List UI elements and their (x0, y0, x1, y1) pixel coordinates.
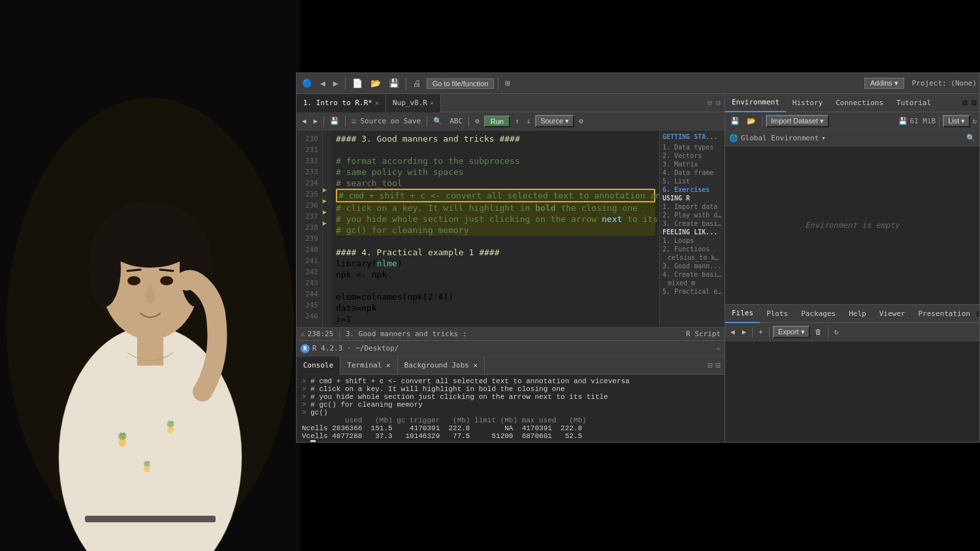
svg-text:🍍: 🍍 (163, 420, 178, 434)
env-save-btn[interactable]: 💾 (728, 116, 742, 126)
env-search-icon[interactable]: 🔍 (966, 134, 975, 142)
console-edit-icon[interactable]: ✏ (716, 344, 721, 353)
editor-tab-nup[interactable]: Nup_v8.R ✕ (386, 94, 441, 112)
spellcheck-btn[interactable]: ABC (447, 116, 465, 126)
save-icon[interactable]: 💾 (386, 77, 402, 89)
files-sep-3 (828, 327, 828, 338)
console-min-icon[interactable]: ⊟ (708, 360, 713, 370)
editor-toolbar: ◀ ▶ 💾 ☑ Source on Save 🔍 ABC ⚙ Run ↑ ↓ S… (297, 112, 725, 131)
outline-play[interactable]: 2. Play with data (662, 211, 722, 219)
files-tab-right: ⊟ ⊡ (977, 309, 979, 319)
editor-pane: 1. Intro to R.R* ✕ Nup_v8.R ✕ ⊟ ⊡ ◀ ▶ 💾 (297, 94, 725, 341)
outline-using-r[interactable]: USING R (662, 194, 722, 202)
nav-back-btn[interactable]: ◀ (299, 116, 309, 126)
files-delete-btn[interactable]: 🗑 (812, 327, 825, 337)
outline-item-3[interactable]: 3. Matrix (662, 160, 722, 168)
outline-item-5[interactable]: 5. List (662, 177, 722, 185)
env-tab-tutorial[interactable]: Tutorial (890, 94, 938, 112)
outline-create-basi[interactable]: 3. Create basi... (662, 219, 722, 228)
outline-item-6[interactable]: 6. Exercises (662, 185, 722, 194)
files-refresh-btn[interactable]: ↻ (832, 327, 841, 337)
source-options[interactable]: ⚙ (576, 116, 586, 126)
forward-icon[interactable]: ▶ (331, 77, 341, 89)
import-dataset-button[interactable]: Import Dataset ▾ (766, 115, 829, 127)
outline-item-4[interactable]: 4. Data frame (662, 168, 722, 177)
console-content[interactable]: > # cmd + shift + c <- convert all selec… (297, 375, 725, 442)
env-tab-connections[interactable]: Connections (829, 94, 890, 112)
file-type: R Script (686, 330, 721, 338)
env-min-icon[interactable]: ⊟ (962, 98, 968, 108)
right-pane: Environment History Connections Tutorial… (725, 94, 979, 442)
outline-item-1[interactable]: 1. Data types (662, 143, 722, 151)
code-line-245: data=npk (336, 302, 655, 313)
open-file-icon[interactable]: 📂 (368, 77, 384, 89)
files-tab-files[interactable]: Files (725, 305, 760, 323)
list-view-button[interactable]: List ▾ (943, 115, 970, 127)
svg-rect-16 (85, 516, 216, 522)
tab-intro-close[interactable]: ✕ (375, 99, 379, 106)
nav-fwd-btn[interactable]: ▶ (311, 116, 321, 126)
outline-mixed[interactable]: mixed_m (662, 279, 722, 287)
outline-celsius[interactable]: celsius_to_k... (662, 253, 722, 262)
console-tab-console[interactable]: Console (297, 356, 340, 375)
et-sep-4 (468, 116, 469, 127)
grid-icon[interactable]: ⊞ (502, 77, 513, 89)
files-tab-presentation[interactable]: Presentation (911, 305, 976, 323)
env-tabs: Environment History Connections Tutorial… (725, 94, 979, 112)
env-tab-environment[interactable]: Environment (725, 94, 786, 112)
files-nav-fwd[interactable]: ▶ (740, 327, 749, 337)
outline-good-mann[interactable]: 3. Good mann... (662, 262, 722, 270)
addins-button[interactable]: Addins ▾ (864, 78, 904, 89)
compile-btn[interactable]: ⚙ (472, 116, 482, 126)
run-arrow-up[interactable]: ↑ (512, 116, 522, 126)
files-tab-plots[interactable]: Plots (760, 305, 794, 323)
outline-feeling[interactable]: FEELING LIK... (662, 228, 722, 236)
memory-value: 61 MiB (909, 117, 936, 125)
back-icon[interactable]: ◀ (318, 77, 328, 89)
outline-create-basi2[interactable]: 4. Create basi... (662, 270, 722, 279)
files-tabs: Files Plots Packages Help Viewer Present… (725, 305, 979, 323)
print-icon[interactable]: 🖨 (410, 77, 424, 89)
env-tab-history[interactable]: History (786, 94, 829, 112)
files-nav-back[interactable]: ◀ (728, 327, 738, 337)
files-tab-help[interactable]: Help (842, 305, 873, 323)
goto-file-button[interactable]: Go to file/function (427, 78, 495, 89)
files-tab-viewer[interactable]: Viewer (873, 305, 912, 323)
source-on-save-btn[interactable]: ☑ Source on Save (349, 116, 423, 126)
tab-nup-close[interactable]: ✕ (430, 99, 434, 106)
editor-tabs: 1. Intro to R.R* ✕ Nup_v8.R ✕ ⊟ ⊡ (297, 94, 725, 112)
run-button[interactable]: Run (484, 116, 510, 127)
outline-practical[interactable]: 5. Practical ex... (662, 287, 722, 296)
export-button[interactable]: Export ▾ (773, 326, 810, 338)
rstudio-logo-icon: 🔵 (299, 77, 315, 89)
run-arrow-down[interactable]: ↓ (524, 116, 534, 126)
outline-loops[interactable]: 1. Loops (662, 236, 722, 245)
code-area[interactable]: #### 3. Good manners and tricks #### # f… (332, 131, 659, 327)
svg-text:🍍: 🍍 (140, 460, 154, 473)
console-max-icon[interactable]: ⊡ (715, 360, 721, 370)
env-refresh-icon[interactable]: ↻ (972, 117, 977, 125)
outline-functions[interactable]: 2. Functions (662, 245, 722, 253)
editor-maximize-icons[interactable]: ⊟ ⊡ (708, 99, 725, 107)
source-button[interactable]: Source ▾ (535, 115, 574, 127)
env-sep-2 (939, 116, 939, 127)
global-env-label[interactable]: Global Environment (741, 134, 819, 142)
outline-import[interactable]: 1. Import data (662, 202, 722, 211)
files-min-icon[interactable]: ⊟ (977, 309, 979, 319)
search-btn[interactable]: 🔍 (431, 116, 445, 126)
outline-item-2[interactable]: 2. Vectors (662, 151, 722, 160)
new-file-icon[interactable]: 📄 (350, 77, 365, 89)
console-tab-background[interactable]: Background Jobs ✕ (398, 356, 485, 375)
toolbar-separator-3 (498, 78, 498, 89)
files-zoom-in[interactable]: + (756, 327, 766, 337)
save-btn[interactable]: 💾 (327, 116, 342, 126)
console-tab-terminal[interactable]: Terminal ✕ (340, 356, 397, 375)
console-line-5: > gc() (302, 409, 719, 417)
files-tab-packages[interactable]: Packages (794, 305, 842, 323)
editor-inner: 230231232233 234235236237 238239240241 2… (297, 131, 725, 327)
code-line-235: # cmd + shift + c <- convert all selecte… (336, 189, 655, 202)
editor-tab-intro[interactable]: 1. Intro to R.R* ✕ (297, 94, 386, 112)
env-max-icon[interactable]: ⊡ (972, 98, 977, 108)
env-load-btn[interactable]: 📂 (744, 116, 759, 126)
env-dropdown-icon[interactable]: ▾ (821, 134, 826, 142)
